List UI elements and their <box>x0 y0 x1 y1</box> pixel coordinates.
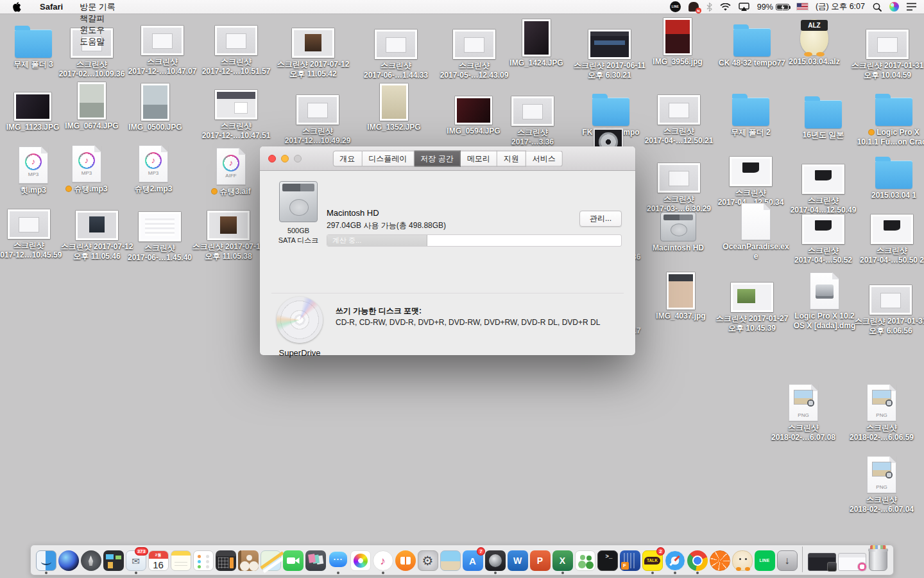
menu-clock[interactable]: (금) 오후 6:07 <box>816 0 865 13</box>
dock-item-itunes[interactable]: ♪ <box>372 550 393 571</box>
dock-item-facetime[interactable] <box>282 550 304 571</box>
desktop-icon[interactable]: 16년도 일본 <box>786 89 860 140</box>
desktop-icon[interactable]: 스크린샷2017-04-…50.50 2 <box>855 204 924 265</box>
dock-item-chrome[interactable] <box>687 550 708 571</box>
dock-item-messages[interactable] <box>327 550 348 571</box>
dock-item-logic-pro[interactable] <box>484 550 506 571</box>
menu-app-name[interactable]: Safari <box>31 0 71 13</box>
dock-item-orange-segments[interactable] <box>709 550 730 571</box>
dock-item-finder[interactable] <box>35 550 56 571</box>
airplay-display-icon[interactable] <box>739 0 749 13</box>
dock-item-mission-control[interactable] <box>103 550 124 571</box>
desktop-icon[interactable]: 스크린샷2017-04-…12.50.21 <box>642 85 716 145</box>
desktop-icon[interactable]: IMG_4037.jpg <box>644 270 718 321</box>
notification-center-icon[interactable] <box>907 0 916 13</box>
desktop-icon[interactable]: 스크린샷 2017-06-11오후 6.30.21 <box>572 19 647 80</box>
dock-item-min-window-light[interactable] <box>837 553 866 571</box>
desktop-icon[interactable]: 2015.03.04 1 <box>857 149 924 200</box>
desktop-icon[interactable]: 스크린샷2017-…3.36 <box>495 86 570 146</box>
desktop-icon[interactable]: Macintosh HD <box>641 202 715 253</box>
dock-item-powerpoint[interactable]: P <box>529 550 551 571</box>
messenger-status-icon[interactable]: N <box>689 0 699 13</box>
desktop-icon[interactable]: 스크린샷2017-04…12.50.34 <box>714 146 788 207</box>
wifi-icon[interactable] <box>720 0 731 13</box>
dock-item-calculator[interactable] <box>215 550 236 571</box>
dock-item-excel[interactable]: X <box>552 550 573 571</box>
desktop-icon[interactable]: 스크린샷2017-12-…10.51.57 <box>199 15 273 76</box>
window-titlebar[interactable]: 개요디스플레이저장 공간메모리지원서비스 <box>260 146 635 171</box>
tab-저장 공간[interactable]: 저장 공간 <box>414 150 460 166</box>
dock-item-safari[interactable] <box>664 550 685 571</box>
desktop-icon[interactable]: ♪AIFF슈탱3.aif <box>194 145 268 197</box>
line-status-icon[interactable]: LINE <box>670 1 681 12</box>
dock-item-reminders[interactable] <box>193 550 214 571</box>
desktop-icon[interactable]: ALZ2015.03.04.alz <box>777 15 851 67</box>
dock-item-min-window-dark[interactable] <box>807 553 836 571</box>
input-source-flag-icon[interactable] <box>797 3 808 10</box>
desktop-icon[interactable]: 무제 폴더 2 <box>714 86 788 137</box>
dock-item-siri[interactable] <box>58 550 79 571</box>
menu-item[interactable]: 책갈피 <box>71 13 124 24</box>
dock-item-trash[interactable] <box>868 550 889 571</box>
dock-item-kakaotalk[interactable]: TALK2 <box>642 550 663 571</box>
apple-menu[interactable] <box>12 0 31 13</box>
dock-item-notes[interactable] <box>170 550 191 571</box>
battery-status[interactable]: 99% <box>757 0 789 13</box>
dock-item-contacts[interactable] <box>237 550 259 571</box>
desktop-icon[interactable]: OceanParadise.exe <box>719 200 793 261</box>
desktop-icon[interactable]: IMG_0500.JPG <box>118 81 193 132</box>
desktop-icon[interactable]: PNG스크린샷2018-02-…6.06.59 <box>844 381 919 442</box>
desktop-icon[interactable]: 스크린샷2017-12-…10.47.51 <box>199 80 273 140</box>
spotlight-icon[interactable] <box>873 0 882 13</box>
desktop-icon[interactable]: 스크린샷 2017-01-31오후 6.06.56 <box>853 275 924 335</box>
dock-item-preview[interactable] <box>440 550 461 571</box>
dock-item-calendar[interactable]: 2월16 <box>148 550 169 571</box>
desktop-icon[interactable]: 스크린샷2017-12-…10.47.07 <box>125 15 200 76</box>
bluetooth-icon[interactable] <box>706 0 712 13</box>
dock-item-f-doc[interactable]: F <box>619 550 640 571</box>
dock-item-line[interactable]: LINE <box>754 550 775 571</box>
tab-서비스[interactable]: 서비스 <box>526 150 563 166</box>
desktop-icon[interactable]: 스크린샷 2017-07-12오후 11.05.38 <box>191 200 266 261</box>
dock-item-app-store[interactable]: A7 <box>462 550 483 571</box>
desktop-icon[interactable]: Logic Pro X10.1.1 Fu…on Crack <box>857 86 924 146</box>
menu-item[interactable]: 방문 기록 <box>71 1 124 13</box>
dock-item-gomplayer[interactable] <box>732 550 753 571</box>
desktop-icon[interactable]: 스크린샷2017-06-…1.44.33 <box>359 19 433 80</box>
desktop-icon[interactable]: 스크린샷2017-06-…1.45.40 <box>123 202 197 262</box>
tab-디스플레이[interactable]: 디스플레이 <box>362 150 414 166</box>
desktop-icon[interactable]: IMG_1352.JPG <box>357 81 431 132</box>
dock-item-mail[interactable]: ✉373 <box>125 550 146 571</box>
tab-개요[interactable]: 개요 <box>332 150 362 166</box>
dock-item-maps[interactable] <box>260 550 281 571</box>
desktop-icon[interactable]: 스크린샷 2017-01-27오후 10.45.39 <box>715 272 789 333</box>
dock-item-photos[interactable] <box>350 550 371 571</box>
tab-메모리[interactable]: 메모리 <box>461 150 497 166</box>
dock-item-terminal[interactable]: >_ <box>597 550 618 571</box>
close-button[interactable] <box>268 155 276 162</box>
desktop-icon[interactable]: 스크린샷2017-12…10.45.59 <box>0 199 66 259</box>
dock-item-nateon[interactable] <box>574 550 595 571</box>
manage-button[interactable]: 관리... <box>579 211 622 227</box>
dock-item-ibooks[interactable] <box>395 550 416 571</box>
dock-item-photo-booth[interactable] <box>305 550 326 571</box>
desktop-icon[interactable]: 스크린샷 2017-07-12오후 11.05.42 <box>276 18 350 78</box>
desktop-icon[interactable]: 스크린샷2017-04-…50.52 <box>786 204 860 265</box>
desktop-icon[interactable]: ♪MP3슈탱.mp3 <box>49 143 124 194</box>
desktop-icon[interactable]: 스크린샷2017-12…10.49.29 <box>280 85 355 145</box>
desktop-icon[interactable]: ♪MP3슈탱2.mp3 <box>116 143 191 194</box>
desktop-icon[interactable]: IMG_3956.jpg <box>640 15 715 67</box>
dock-item-word[interactable]: W <box>507 550 528 571</box>
tab-지원[interactable]: 지원 <box>497 150 526 166</box>
dock-item-system-preferences[interactable]: ⚙ <box>417 550 438 571</box>
desktop-icon[interactable]: PNG스크린샷2018-02-…6.07.08 <box>766 381 841 442</box>
desktop-icon[interactable]: PNG스크린샷2018-02-…6.07.04 <box>844 453 919 514</box>
desktop-icon[interactable]: IMG_1424.JPG <box>499 17 574 68</box>
desktop-icon[interactable]: Logic Pro X 10.2OS X [dada].dmg <box>787 270 862 330</box>
dock-item-launchpad[interactable] <box>80 550 101 571</box>
siri-icon[interactable] <box>889 2 899 12</box>
minimize-button[interactable] <box>281 155 289 162</box>
menu-item[interactable]: 윈도우 <box>71 24 124 36</box>
menu-item[interactable]: 도움말 <box>71 36 124 48</box>
desktop-icon[interactable]: 스크린샷 2017-01-31오후 10.04.59 <box>850 19 924 80</box>
